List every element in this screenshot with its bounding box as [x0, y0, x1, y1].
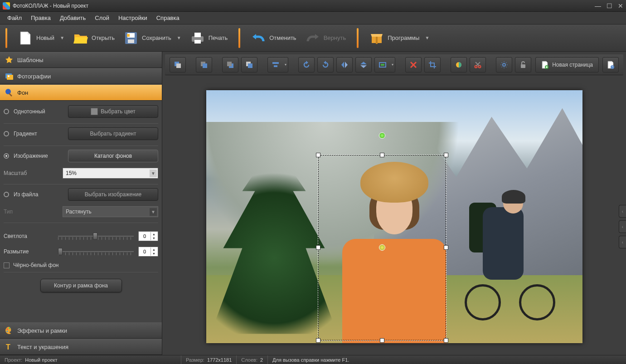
chevron-down-icon[interactable]: ▼	[425, 35, 429, 40]
blur-slider[interactable]	[58, 247, 134, 256]
menu-layer[interactable]: Слой	[91, 13, 113, 23]
bring-forward-button[interactable]	[222, 57, 238, 73]
blur-spinner[interactable]: ▲▼	[138, 247, 158, 257]
radio-solid[interactable]	[4, 109, 9, 114]
flip-vertical-button[interactable]	[355, 57, 372, 73]
menu-file[interactable]: Файл	[4, 13, 25, 23]
button-label: Выбрать цвет	[101, 108, 136, 115]
chevron-down-icon: ▼	[150, 208, 157, 216]
handle-br[interactable]	[444, 338, 448, 343]
programs-button[interactable]: Программы ▼	[365, 28, 434, 48]
brush-icon	[5, 88, 14, 97]
page-settings-button[interactable]	[602, 57, 619, 73]
title-bar: ФотоКОЛЛАЖ - Новый проект — ☐ ✕	[0, 0, 626, 12]
frame-background-button[interactable]: Контур и рамка фона	[40, 279, 122, 292]
canvas-viewport[interactable]: ‹ ‹ ‹	[162, 78, 626, 355]
close-button[interactable]: ✕	[618, 2, 623, 10]
choose-color-button[interactable]: Выбрать цвет	[68, 105, 158, 118]
checkbox-bw[interactable]	[4, 262, 10, 268]
app-icon	[3, 2, 10, 10]
side-flyout-2[interactable]: ‹	[619, 220, 626, 233]
svg-rect-8	[7, 75, 13, 80]
menu-help[interactable]: Справка	[153, 13, 183, 23]
radio-image[interactable]	[4, 153, 9, 159]
chevron-down-icon[interactable]: ▼	[177, 35, 181, 40]
radio-from-file[interactable]	[4, 192, 9, 197]
brightness-spinner[interactable]: ▲▼	[138, 231, 158, 241]
radio-label: Из файла	[14, 191, 63, 198]
handle-mr[interactable]	[444, 245, 448, 250]
side-tab-photos[interactable]: Фотографии	[0, 68, 162, 84]
canvas-area: Новая страница	[162, 52, 626, 355]
open-label: Открыть	[92, 34, 115, 41]
rotation-handle[interactable]	[379, 132, 385, 139]
lock-button[interactable]	[515, 57, 531, 73]
send-backward-button[interactable]	[196, 57, 212, 73]
canvas-toolbar: Новая страница	[165, 54, 623, 75]
menu-add[interactable]: Добавить	[56, 13, 89, 23]
text-icon: T	[5, 342, 14, 351]
brightness-input[interactable]	[139, 233, 150, 239]
send-to-back-button[interactable]	[170, 57, 186, 73]
canvas-image[interactable]	[206, 90, 582, 343]
select-value: 15%	[66, 170, 77, 176]
print-button[interactable]: Печать	[186, 28, 233, 48]
save-button[interactable]: Сохранить ▼	[119, 28, 186, 48]
undo-button[interactable]: Отменить	[247, 28, 301, 48]
bring-to-front-button[interactable]	[241, 57, 257, 73]
handle-bl[interactable]	[316, 338, 320, 343]
adjust-button[interactable]	[451, 57, 467, 73]
open-button[interactable]: Открыть	[69, 28, 119, 48]
color-swatch	[91, 108, 98, 115]
blur-input[interactable]	[139, 249, 150, 254]
flip-horizontal-button[interactable]	[336, 57, 353, 73]
minimize-button[interactable]: —	[595, 2, 601, 10]
selection-box[interactable]	[318, 155, 446, 341]
svg-point-12	[7, 331, 8, 332]
programs-label: Программы	[388, 34, 419, 41]
side-panel: Шаблоны Фотографии Фон Однотонный Выбрат…	[0, 52, 162, 355]
center-handle[interactable]	[379, 244, 385, 251]
handle-ml[interactable]	[316, 245, 320, 250]
status-layers-label: Слоев:	[241, 357, 257, 363]
svg-point-13	[9, 328, 10, 329]
side-tab-text[interactable]: T Текст и украшения	[0, 339, 162, 355]
rotate-right-button[interactable]	[317, 57, 334, 73]
side-flyout-1[interactable]: ‹	[619, 205, 626, 218]
menu-settings[interactable]: Настройки	[115, 13, 151, 23]
printer-icon	[190, 31, 205, 45]
menu-edit[interactable]: Правка	[27, 13, 54, 23]
settings-button[interactable]	[496, 57, 512, 73]
scale-select[interactable]: 15% ▼	[63, 168, 158, 179]
handle-tm[interactable]	[380, 153, 384, 157]
brightness-slider[interactable]	[58, 232, 134, 241]
choose-gradient-button[interactable]: Выбрать градиент	[68, 127, 158, 140]
handle-bm[interactable]	[380, 338, 384, 343]
new-page-button[interactable]: Новая страница	[535, 57, 599, 73]
new-button[interactable]: Новый ▼	[14, 28, 69, 48]
status-size-label: Размер:	[186, 357, 204, 363]
chevron-down-icon[interactable]: ▼	[60, 35, 64, 40]
side-tab-label: Эффекты и рамки	[17, 327, 67, 334]
side-tab-templates[interactable]: Шаблоны	[0, 52, 162, 68]
side-tab-label: Фон	[17, 89, 28, 96]
align-button[interactable]	[267, 57, 288, 73]
svg-rect-16	[176, 63, 181, 68]
crop-button[interactable]	[424, 57, 441, 73]
choose-image-button[interactable]: Выбрать изображение	[68, 188, 158, 201]
fit-to-canvas-button[interactable]	[374, 57, 395, 73]
handle-tl[interactable]	[316, 153, 320, 157]
rotate-left-button[interactable]	[298, 57, 315, 73]
brightness-label: Светлота	[4, 233, 53, 239]
save-icon	[124, 31, 138, 45]
side-tab-background[interactable]: Фон	[0, 84, 162, 101]
maximize-button[interactable]: ☐	[607, 2, 612, 10]
handle-tr[interactable]	[444, 153, 448, 157]
radio-gradient[interactable]	[4, 131, 9, 136]
svg-rect-18	[203, 63, 207, 68]
side-tab-effects[interactable]: Эффекты и рамки	[0, 322, 162, 339]
side-flyout-3[interactable]: ‹	[619, 236, 626, 248]
cut-button[interactable]	[470, 57, 486, 73]
delete-button[interactable]	[405, 57, 422, 73]
backgrounds-catalog-button[interactable]: Каталог фонов	[68, 150, 158, 162]
